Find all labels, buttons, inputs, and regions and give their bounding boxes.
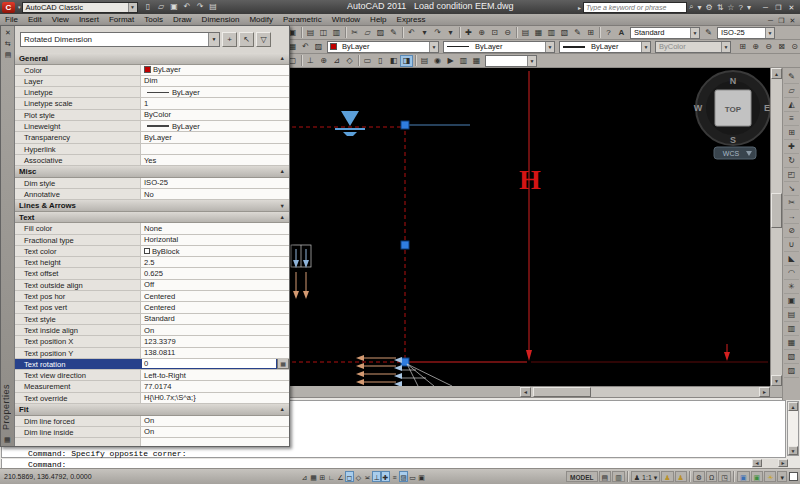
annotation-scale-button[interactable]: ♟ 1:1 ▾ [631,471,660,482]
ucs-object-icon[interactable]: ⊿ [330,55,343,67]
markup-icon[interactable]: ✎ [571,27,584,39]
zoom-out2-icon[interactable]: ⊖ [762,41,775,53]
grid-toggle[interactable]: ⊞ [318,471,327,482]
ucs-face-icon[interactable]: ◇ [343,55,356,67]
qat-save-icon[interactable]: ▣ [168,1,181,13]
osnap-toggle[interactable]: ◻ [345,471,354,482]
dyn-toggle[interactable]: ✚ [381,471,390,482]
menu-item-view[interactable]: View [47,15,74,24]
search-input[interactable] [583,2,687,13]
scroll-right-icon[interactable]: ► [759,387,770,397]
scroll-up-icon[interactable]: ▲ [771,68,782,79]
dim-style-caret-icon[interactable]: ▼ [765,28,774,38]
property-row-transparency[interactable]: TransparencyByLayer [15,132,289,143]
help-question-icon[interactable]: ? [602,27,615,39]
menu-item-insert[interactable]: Insert [74,15,104,24]
lwt-toggle[interactable]: ≡ [390,471,399,482]
preview-icon[interactable]: ◫ [317,27,330,39]
close-button[interactable]: ✕ [785,2,798,13]
stretch-icon[interactable]: ↘ [784,182,799,196]
section-header-lines-arrows[interactable]: Lines & Arrows▼ [15,200,289,212]
property-row-dim-line-inside[interactable]: Dim line insideOn [15,427,289,438]
select-objects-button[interactable]: ↖ [239,32,254,47]
property-row-dim-style[interactable]: Dim styleISO-25 [15,178,289,189]
copy-object-icon[interactable]: ▱ [784,84,799,98]
palette-menu-icon[interactable]: ▦ [4,436,11,444]
cut-icon[interactable]: ✂ [348,27,361,39]
move-icon[interactable]: ✚ [784,140,799,154]
viewcube-south-label[interactable]: S [730,135,736,145]
subscription-icon[interactable]: ⚙ [705,3,712,12]
tool-palettes-icon[interactable]: ▥ [545,27,558,39]
menu-item-tools[interactable]: Tools [139,15,168,24]
bring-above-icon[interactable]: ▦ [784,336,799,350]
snap-toggle[interactable]: ▦ [309,471,318,482]
view-front-icon[interactable]: ▯ [374,55,387,67]
paste-icon[interactable]: ▨ [374,27,387,39]
doc-minimize-button[interactable]: ─ [765,15,776,26]
text-style-icon[interactable]: A [615,27,628,39]
plot-status-icon[interactable]: ▣ [751,471,764,482]
drawing-canvas[interactable]: H [290,68,770,386]
infocenter-collapse-icon[interactable]: ▸ [578,4,581,11]
chevron-down-icon[interactable]: ▼ [280,203,285,209]
lineweight-caret-icon[interactable]: ▼ [641,42,650,52]
command-scroll-right-icon[interactable]: ► [778,459,788,467]
hardware-accel-icon[interactable]: ◳ [718,471,731,482]
viewcube-north-label[interactable]: N [730,76,737,86]
zoom-ext-icon[interactable]: ⊞ [736,41,749,53]
palette-properties-icon[interactable]: ▤ [1,51,15,59]
explode-icon[interactable]: ✳ [784,280,799,294]
zoom-previous-icon[interactable]: ⊖ [501,27,514,39]
text-style-caret-icon[interactable]: ▼ [690,28,699,38]
command-horizontal-scrollbar[interactable]: ◄ ► [752,459,788,468]
object-type-combo[interactable]: Rotated Dimension ▼ [20,32,220,47]
section-header-text[interactable]: Text▲ [15,212,289,224]
linetype-caret-icon[interactable]: ▼ [545,42,554,52]
wcs-menu[interactable]: WCS [714,147,756,159]
h-dimension-text[interactable]: H [519,164,541,195]
grip-middle[interactable] [401,241,409,249]
linetype-control-combo[interactable]: ByLayer▼ [443,41,555,53]
offset-icon[interactable]: ≡ [784,112,799,126]
coordinates-readout[interactable]: 210.5869, 136.4792, 0.0000 [0,473,120,480]
clean-screen-button[interactable] [789,472,798,481]
chevron-up-icon[interactable]: ▲ [280,55,285,61]
qat-plot-icon[interactable]: ▤ [207,1,220,13]
menu-item-dimension[interactable]: Dimension [197,15,245,24]
property-row-text-height[interactable]: Text height2.5 [15,257,289,268]
zoom-window-icon[interactable]: ⊡ [488,27,501,39]
color-control-combo[interactable]: ByLayer▼ [327,41,439,53]
property-row-linetype-scale[interactable]: Linetype scale1 [15,98,289,109]
search-icon[interactable]: ⌕ [689,2,693,12]
qat-undo-icon[interactable]: ↶ [181,1,194,13]
autocad-logo-icon[interactable]: C [2,2,15,13]
text-style-combo[interactable]: Standard▼ [630,27,700,39]
designcenter-icon[interactable]: ▦ [532,27,545,39]
copy-icon[interactable]: ▱ [361,27,374,39]
join-icon[interactable]: ∪ [784,238,799,252]
quick-select-button[interactable]: ▽ [256,32,271,47]
view-3d-icon[interactable]: ◧ [387,55,400,67]
redo-caret-icon[interactable]: ▾ [444,27,457,39]
view-combo[interactable]: ▼ [485,55,537,67]
print-icon[interactable]: ▤ [304,27,317,39]
bring-front-icon[interactable]: ▤ [784,308,799,322]
workspace-caret-icon[interactable]: ▼ [128,3,137,12]
property-row-text-style[interactable]: Text styleStandard [15,314,289,325]
redo-icon[interactable]: ↷ [431,27,444,39]
menu-item-help[interactable]: Help [365,15,391,24]
ucs-icon[interactable]: ⊥ [304,55,317,67]
command-scroll-down-icon[interactable]: ▼ [788,446,798,455]
help-caret-icon[interactable]: ▾ [747,3,751,12]
break-icon[interactable]: ⊘ [784,224,799,238]
command-scroll-up-icon[interactable]: ▲ [788,402,798,411]
sheet2-icon[interactable]: ▥ [457,55,470,67]
quick-properties-toggle[interactable]: ▭ [408,471,417,482]
layout1-icon[interactable]: ▤ [599,471,612,482]
property-row-layer[interactable]: LayerDim [15,76,289,87]
palette-title-strip[interactable]: ✕ ⇆ ▤ Properties ▦ [1,26,15,446]
property-row-text-rotation[interactable]: Text rotation0▦ [15,359,289,370]
calculator-button[interactable]: ▦ [277,359,289,369]
trim-icon[interactable]: ✂ [784,196,799,210]
